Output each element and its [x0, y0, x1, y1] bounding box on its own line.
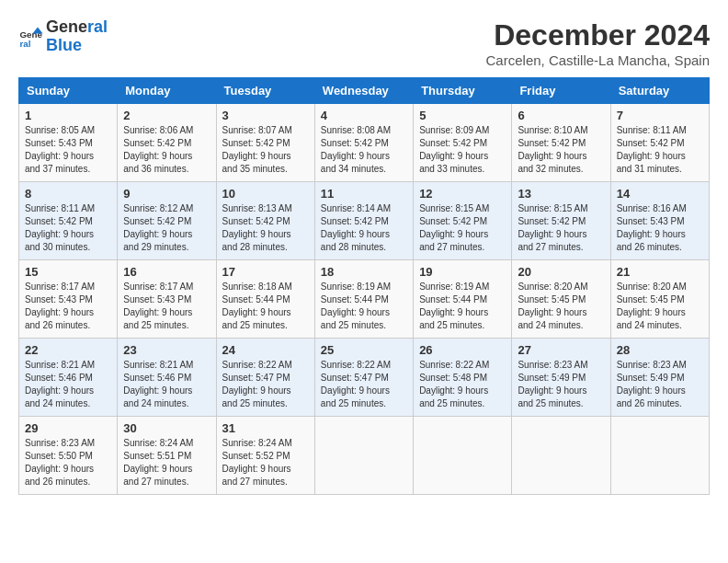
day-number: 18 — [321, 265, 407, 279]
day-number: 2 — [123, 109, 210, 122]
day-info: Sunrise: 8:20 AM Sunset: 5:45 PM Dayligh… — [518, 281, 604, 332]
table-row: 18Sunrise: 8:19 AM Sunset: 5:44 PM Dayli… — [314, 260, 413, 339]
day-number: 6 — [518, 109, 604, 122]
table-row: 5Sunrise: 8:09 AM Sunset: 5:42 PM Daylig… — [414, 104, 512, 182]
table-row — [610, 417, 709, 495]
table-row: 20Sunrise: 8:20 AM Sunset: 5:45 PM Dayli… — [512, 260, 610, 339]
day-number: 31 — [222, 421, 309, 435]
table-row — [414, 417, 512, 495]
calendar-week-row: 29Sunrise: 8:23 AM Sunset: 5:50 PM Dayli… — [19, 417, 710, 495]
day-number: 22 — [25, 343, 111, 357]
table-row: 15Sunrise: 8:17 AM Sunset: 5:43 PM Dayli… — [19, 260, 118, 339]
table-row: 25Sunrise: 8:22 AM Sunset: 5:47 PM Dayli… — [314, 339, 413, 417]
day-info: Sunrise: 8:17 AM Sunset: 5:43 PM Dayligh… — [25, 281, 111, 332]
table-row: 28Sunrise: 8:23 AM Sunset: 5:49 PM Dayli… — [610, 339, 709, 417]
table-row: 1Sunrise: 8:05 AM Sunset: 5:43 PM Daylig… — [19, 104, 118, 182]
day-number: 5 — [419, 109, 506, 122]
calendar-table: Sunday Monday Tuesday Wednesday Thursday… — [18, 77, 710, 495]
day-number: 3 — [222, 109, 309, 122]
day-info: Sunrise: 8:23 AM Sunset: 5:50 PM Dayligh… — [25, 437, 111, 488]
table-row: 12Sunrise: 8:15 AM Sunset: 5:42 PM Dayli… — [414, 182, 512, 260]
day-info: Sunrise: 8:17 AM Sunset: 5:43 PM Dayligh… — [123, 281, 210, 332]
table-row: 7Sunrise: 8:11 AM Sunset: 5:42 PM Daylig… — [610, 104, 709, 182]
page-header: Gene ral General Blue December 2024 Carc… — [18, 18, 710, 68]
table-row: 8Sunrise: 8:11 AM Sunset: 5:42 PM Daylig… — [19, 182, 118, 260]
table-row: 17Sunrise: 8:18 AM Sunset: 5:44 PM Dayli… — [216, 260, 314, 339]
col-friday: Friday — [512, 78, 610, 104]
calendar-week-row: 15Sunrise: 8:17 AM Sunset: 5:43 PM Dayli… — [19, 260, 710, 339]
table-row: 11Sunrise: 8:14 AM Sunset: 5:42 PM Dayli… — [314, 182, 413, 260]
table-row: 16Sunrise: 8:17 AM Sunset: 5:43 PM Dayli… — [118, 260, 216, 339]
day-info: Sunrise: 8:14 AM Sunset: 5:42 PM Dayligh… — [321, 202, 407, 254]
table-row: 10Sunrise: 8:13 AM Sunset: 5:42 PM Dayli… — [216, 182, 314, 260]
day-info: Sunrise: 8:10 AM Sunset: 5:42 PM Dayligh… — [518, 124, 604, 176]
day-number: 25 — [321, 343, 407, 357]
day-number: 4 — [321, 109, 407, 122]
day-number: 20 — [518, 265, 604, 279]
day-number: 12 — [419, 187, 506, 201]
calendar-week-row: 22Sunrise: 8:21 AM Sunset: 5:46 PM Dayli… — [19, 339, 710, 417]
table-row — [314, 417, 413, 495]
day-number: 23 — [123, 343, 210, 357]
day-number: 1 — [25, 109, 111, 122]
month-title: December 2024 — [486, 18, 710, 52]
day-number: 29 — [25, 421, 111, 435]
day-number: 30 — [123, 421, 210, 435]
calendar-header-row: Sunday Monday Tuesday Wednesday Thursday… — [19, 78, 710, 104]
day-info: Sunrise: 8:22 AM Sunset: 5:48 PM Dayligh… — [419, 359, 506, 410]
day-info: Sunrise: 8:11 AM Sunset: 5:42 PM Dayligh… — [617, 124, 703, 176]
col-wednesday: Wednesday — [314, 78, 413, 104]
day-number: 15 — [25, 265, 111, 279]
day-info: Sunrise: 8:19 AM Sunset: 5:44 PM Dayligh… — [321, 281, 407, 332]
day-info: Sunrise: 8:22 AM Sunset: 5:47 PM Dayligh… — [321, 359, 407, 410]
day-info: Sunrise: 8:08 AM Sunset: 5:42 PM Dayligh… — [321, 124, 407, 176]
day-number: 11 — [321, 187, 407, 201]
day-number: 14 — [617, 187, 703, 201]
day-number: 13 — [518, 187, 604, 201]
calendar-week-row: 8Sunrise: 8:11 AM Sunset: 5:42 PM Daylig… — [19, 182, 710, 260]
day-number: 16 — [123, 265, 210, 279]
title-section: December 2024 Carcelen, Castille-La Manc… — [486, 18, 710, 68]
day-info: Sunrise: 8:11 AM Sunset: 5:42 PM Dayligh… — [25, 202, 111, 254]
col-sunday: Sunday — [19, 78, 118, 104]
table-row — [512, 417, 610, 495]
table-row: 4Sunrise: 8:08 AM Sunset: 5:42 PM Daylig… — [314, 104, 413, 182]
day-info: Sunrise: 8:21 AM Sunset: 5:46 PM Dayligh… — [25, 359, 111, 410]
day-number: 27 — [518, 343, 604, 357]
table-row: 3Sunrise: 8:07 AM Sunset: 5:42 PM Daylig… — [216, 104, 314, 182]
table-row: 29Sunrise: 8:23 AM Sunset: 5:50 PM Dayli… — [19, 417, 118, 495]
day-info: Sunrise: 8:09 AM Sunset: 5:42 PM Dayligh… — [419, 124, 506, 176]
day-number: 24 — [222, 343, 309, 357]
table-row: 21Sunrise: 8:20 AM Sunset: 5:45 PM Dayli… — [610, 260, 709, 339]
logo-text: General Blue — [46, 18, 108, 55]
table-row: 24Sunrise: 8:22 AM Sunset: 5:47 PM Dayli… — [216, 339, 314, 417]
day-number: 7 — [617, 109, 703, 122]
day-info: Sunrise: 8:15 AM Sunset: 5:42 PM Dayligh… — [419, 202, 506, 254]
day-info: Sunrise: 8:20 AM Sunset: 5:45 PM Dayligh… — [617, 281, 703, 332]
table-row: 13Sunrise: 8:15 AM Sunset: 5:42 PM Dayli… — [512, 182, 610, 260]
day-number: 10 — [222, 187, 309, 201]
calendar-week-row: 1Sunrise: 8:05 AM Sunset: 5:43 PM Daylig… — [19, 104, 710, 182]
svg-text:ral: ral — [19, 39, 30, 49]
day-number: 28 — [617, 343, 703, 357]
day-info: Sunrise: 8:07 AM Sunset: 5:42 PM Dayligh… — [222, 124, 309, 176]
day-number: 19 — [419, 265, 506, 279]
logo: Gene ral General Blue — [18, 18, 108, 55]
table-row: 14Sunrise: 8:16 AM Sunset: 5:43 PM Dayli… — [610, 182, 709, 260]
col-saturday: Saturday — [610, 78, 709, 104]
day-info: Sunrise: 8:18 AM Sunset: 5:44 PM Dayligh… — [222, 281, 309, 332]
day-info: Sunrise: 8:23 AM Sunset: 5:49 PM Dayligh… — [617, 359, 703, 410]
day-info: Sunrise: 8:12 AM Sunset: 5:42 PM Dayligh… — [123, 202, 210, 254]
table-row: 31Sunrise: 8:24 AM Sunset: 5:52 PM Dayli… — [216, 417, 314, 495]
day-info: Sunrise: 8:05 AM Sunset: 5:43 PM Dayligh… — [25, 124, 111, 176]
location-title: Carcelen, Castille-La Mancha, Spain — [486, 52, 710, 68]
day-number: 8 — [25, 187, 111, 201]
col-monday: Monday — [118, 78, 216, 104]
day-number: 17 — [222, 265, 309, 279]
day-info: Sunrise: 8:16 AM Sunset: 5:43 PM Dayligh… — [617, 202, 703, 254]
day-info: Sunrise: 8:24 AM Sunset: 5:52 PM Dayligh… — [222, 437, 309, 488]
day-number: 26 — [419, 343, 506, 357]
day-info: Sunrise: 8:06 AM Sunset: 5:42 PM Dayligh… — [123, 124, 210, 176]
table-row: 27Sunrise: 8:23 AM Sunset: 5:49 PM Dayli… — [512, 339, 610, 417]
table-row: 2Sunrise: 8:06 AM Sunset: 5:42 PM Daylig… — [118, 104, 216, 182]
